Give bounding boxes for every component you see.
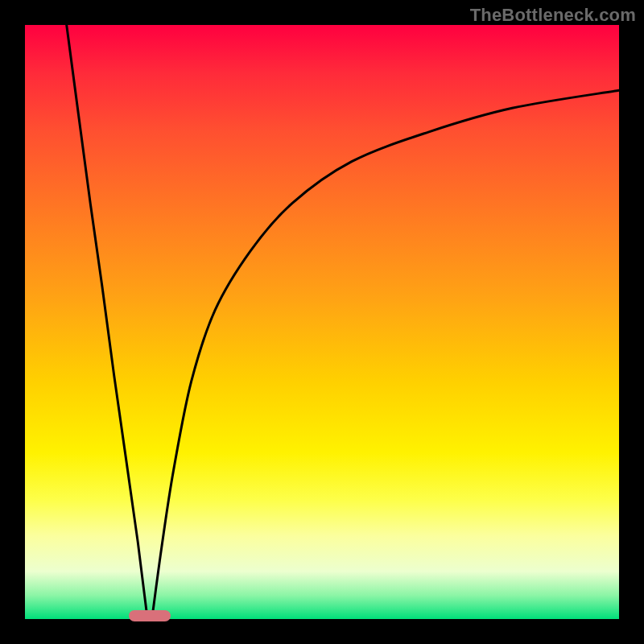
chart-frame: TheBottleneck.com — [0, 0, 644, 644]
bottleneck-marker — [129, 610, 171, 621]
plot-area — [25, 25, 619, 619]
curve-left-branch — [67, 25, 147, 613]
watermark-text: TheBottleneck.com — [470, 5, 636, 26]
bottleneck-curve — [25, 25, 619, 619]
curve-right-branch — [153, 90, 619, 613]
